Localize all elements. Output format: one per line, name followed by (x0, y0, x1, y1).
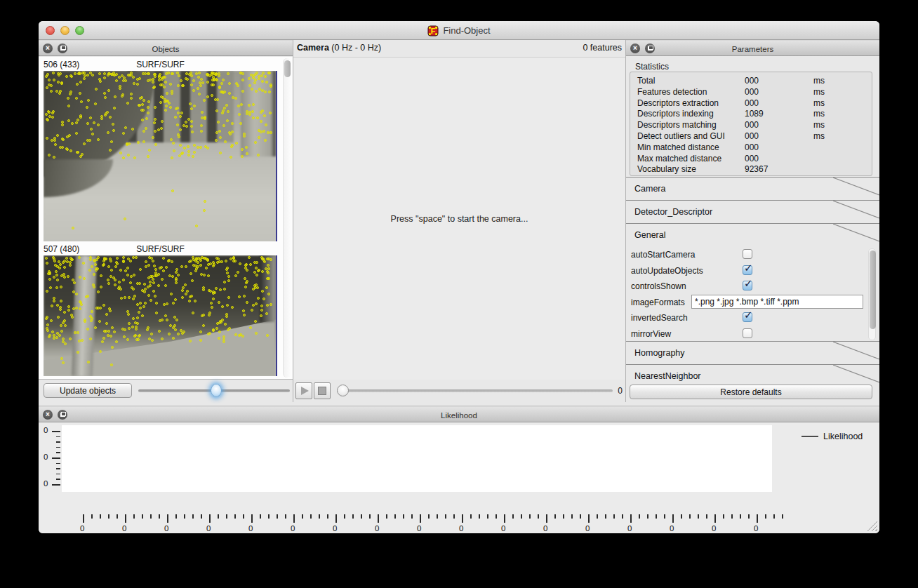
feature-point (258, 75, 260, 78)
section-detector-descriptor[interactable]: Detector_Descriptor (626, 200, 879, 224)
feature-point (215, 131, 218, 134)
feature-point (168, 274, 171, 277)
x-axis-minor-tick (681, 514, 682, 519)
feature-point (206, 259, 209, 262)
feature-point (121, 74, 124, 77)
feature-point (209, 262, 212, 265)
float-icon[interactable] (58, 410, 67, 420)
float-icon[interactable] (645, 44, 655, 53)
objects-scrollbar[interactable] (283, 58, 291, 377)
close-icon[interactable]: × (43, 44, 53, 53)
close-icon[interactable]: × (43, 410, 53, 420)
feature-point (89, 315, 92, 318)
feature-point (103, 257, 106, 260)
feature-point (147, 155, 149, 158)
x-axis-label: 0 (501, 524, 505, 533)
feature-point (143, 283, 146, 286)
feature-point (136, 303, 139, 306)
feature-point (124, 126, 127, 129)
object-image-507[interactable] (44, 255, 277, 376)
feature-point (170, 138, 173, 141)
feature-point (254, 320, 257, 323)
close-icon[interactable]: × (630, 44, 640, 53)
feature-point (62, 361, 65, 364)
feature-point (139, 97, 142, 100)
feature-point (50, 84, 53, 87)
feature-point (79, 116, 82, 119)
resize-grip[interactable] (867, 521, 877, 531)
float-icon[interactable] (58, 44, 67, 53)
play-button[interactable] (295, 382, 312, 399)
feature-point (261, 109, 264, 112)
feature-point (126, 143, 128, 146)
frame-slider[interactable] (337, 389, 613, 392)
feature-point (257, 297, 260, 300)
autoStartCamera-checkbox[interactable] (743, 249, 752, 259)
feature-point (166, 100, 169, 102)
feature-point (93, 121, 95, 124)
x-axis-label: 0 (164, 524, 168, 533)
feature-point (138, 104, 140, 107)
feature-point (114, 265, 117, 268)
x-axis-minor-tick (487, 514, 488, 519)
x-axis-minor-tick (453, 514, 455, 519)
x-axis-minor-tick (622, 514, 623, 519)
update-objects-button[interactable]: Update objects (44, 383, 132, 398)
invertedSearch-checkbox[interactable]: ✓ (743, 312, 752, 322)
objects-size-slider-handle[interactable] (211, 384, 222, 397)
feature-point (177, 112, 180, 114)
feature-point (145, 117, 148, 120)
x-axis-minor-tick (319, 514, 320, 519)
feature-point (173, 149, 175, 152)
autoUpdateObjects-checkbox[interactable]: ✓ (743, 265, 752, 275)
stat-row: Detect outliers and GUI000ms (634, 131, 872, 142)
feature-point (227, 110, 230, 113)
frame-slider-handle[interactable] (337, 385, 349, 396)
mirrorView-checkbox[interactable] (743, 328, 752, 338)
controlsShown-checkbox[interactable]: ✓ (743, 281, 752, 290)
legend-label: Likelihood (823, 432, 863, 441)
find-object-window: F Find-Object × Objects 506 (433) SURF/S… (39, 21, 879, 533)
objects-scrollbar-thumb[interactable] (284, 60, 291, 77)
feature-point (127, 74, 130, 76)
feature-point (225, 315, 228, 318)
likelihood-dock-header[interactable]: × Likelihood (39, 406, 879, 422)
parameters-dock-header[interactable]: × Parameters (626, 40, 879, 56)
parameters-scrollbar-thumb[interactable] (870, 250, 876, 329)
section-general[interactable]: General (626, 223, 879, 247)
y-axis-minor-tick (56, 474, 60, 475)
feature-point (210, 302, 213, 305)
feature-point (172, 337, 175, 340)
imageFormats-input[interactable] (691, 295, 863, 309)
feature-point (130, 275, 133, 278)
x-axis-minor-tick (656, 514, 657, 519)
tab-diagonal (833, 200, 879, 219)
param-label: invertedSearch (631, 313, 688, 323)
feature-point (265, 312, 268, 315)
feature-point (228, 92, 231, 95)
objects-list[interactable]: 506 (433) SURF/SURF 507 (480) SURF/SURF (39, 57, 293, 380)
x-axis-major-tick (293, 514, 295, 523)
feature-point (147, 294, 150, 297)
x-axis-minor-tick (512, 514, 514, 519)
section-homography[interactable]: Homography (626, 341, 879, 365)
feature-point (91, 133, 94, 135)
feature-point (208, 312, 211, 314)
parameters-panel: × Parameters Statistics Total000msFeatur… (626, 40, 879, 402)
restore-defaults-button[interactable]: Restore defaults (630, 385, 872, 399)
stop-button[interactable] (314, 382, 331, 399)
section-camera[interactable]: Camera (626, 177, 879, 201)
feature-point (267, 131, 270, 134)
x-axis-major-tick (588, 514, 590, 523)
objects-dock-header[interactable]: × Objects (39, 40, 293, 56)
feature-point (51, 330, 54, 333)
tab-diagonal (833, 177, 879, 196)
object-image-506[interactable] (44, 71, 277, 241)
feature-point (97, 123, 100, 126)
titlebar[interactable]: F Find-Object (39, 21, 879, 40)
x-axis-label: 0 (627, 524, 632, 533)
parameters-scrollbar[interactable] (868, 248, 876, 340)
feature-point (66, 148, 69, 151)
feature-point (152, 136, 154, 139)
features-count: 0 features (583, 43, 622, 53)
